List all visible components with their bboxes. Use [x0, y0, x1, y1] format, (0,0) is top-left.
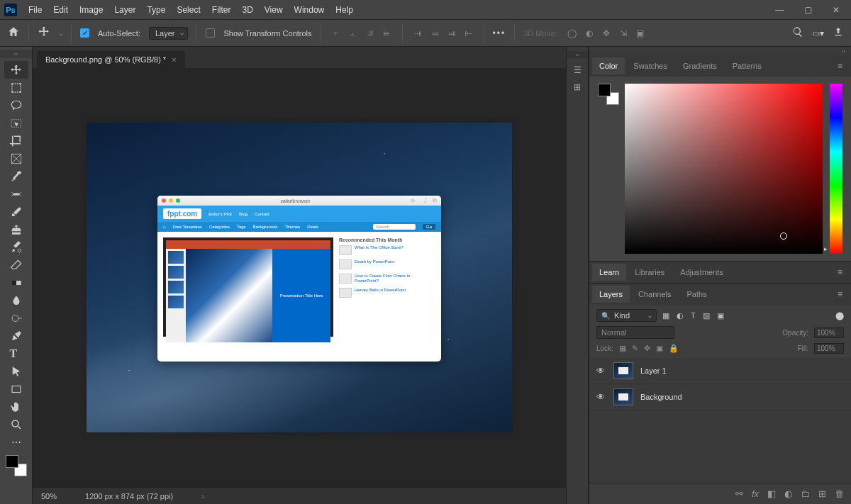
show-transform-checkbox[interactable]	[206, 28, 215, 38]
blur-tool[interactable]	[4, 291, 28, 309]
layer-row[interactable]: 👁 Layer 1	[589, 358, 851, 384]
layer-name[interactable]: Layer 1	[640, 366, 667, 375]
lock-image-icon[interactable]: ✎	[632, 344, 638, 353]
menu-image[interactable]: Image	[74, 0, 109, 19]
more-options-icon[interactable]: •••	[493, 28, 506, 38]
tab-patterns[interactable]: Patterns	[725, 57, 769, 74]
tab-paths[interactable]: Paths	[680, 286, 714, 303]
new-layer-icon[interactable]: ⊞	[818, 488, 826, 499]
adjustment-layer-icon[interactable]: ◐	[784, 488, 792, 499]
close-document-icon[interactable]: ×	[172, 55, 176, 64]
search-icon[interactable]	[792, 26, 803, 40]
minimize-button[interactable]: —	[769, 5, 790, 15]
panel-menu-icon[interactable]: ≡	[832, 286, 848, 302]
move-tool[interactable]	[4, 61, 28, 79]
menu-select[interactable]: Select	[171, 0, 206, 19]
properties-panel-icon[interactable]: ⊞	[574, 82, 581, 92]
lock-position-icon[interactable]: ✥	[644, 344, 650, 353]
gradient-tool[interactable]	[4, 274, 28, 291]
menu-view[interactable]: View	[259, 0, 289, 19]
document-tab[interactable]: Background.png @ 50% (RGB/8) * ×	[37, 51, 185, 68]
history-brush-tool[interactable]	[4, 238, 28, 256]
tool-preset-chevron-icon[interactable]: ⌵	[59, 30, 62, 37]
distribute-space-icon[interactable]: ⫥	[445, 27, 458, 40]
auto-select-target-dropdown[interactable]: Layer	[149, 27, 189, 40]
eraser-tool[interactable]	[4, 256, 28, 274]
menu-file[interactable]: File	[23, 0, 48, 19]
edit-toolbar-icon[interactable]: ⋯	[4, 433, 28, 451]
pen-tool[interactable]	[4, 327, 28, 345]
align-left-icon[interactable]: ⫢	[381, 27, 394, 40]
hand-tool[interactable]	[4, 398, 28, 415]
filter-type-icon[interactable]: T	[691, 311, 696, 320]
move-tool-icon[interactable]	[38, 26, 50, 40]
hue-slider[interactable]	[830, 84, 842, 254]
tab-color[interactable]: Color	[592, 57, 625, 74]
toolbar-collapse-icon[interactable]: ››	[0, 50, 32, 58]
color-fgbg-swatch[interactable]	[598, 84, 619, 105]
lock-artboard-icon[interactable]: ▣	[656, 344, 663, 353]
status-zoom[interactable]: 50%	[41, 492, 57, 500]
close-button[interactable]: ✕	[825, 5, 847, 15]
healing-brush-tool[interactable]	[4, 185, 28, 203]
color-field[interactable]	[625, 84, 823, 254]
distribute-h-icon[interactable]: ⫣	[411, 27, 424, 40]
menu-filter[interactable]: Filter	[206, 0, 237, 19]
lasso-tool[interactable]	[4, 96, 28, 114]
layer-mask-icon[interactable]: ◧	[767, 488, 776, 499]
workspace-switcher-icon[interactable]: ▭▾	[812, 28, 824, 38]
home-icon[interactable]	[7, 26, 20, 40]
menu-help[interactable]: Help	[330, 0, 359, 19]
delete-layer-icon[interactable]: 🗑	[835, 488, 844, 499]
dodge-tool[interactable]	[4, 309, 28, 327]
tab-adjustments[interactable]: Adjustments	[673, 264, 730, 281]
distribute-center-icon[interactable]: ⫦	[462, 27, 475, 40]
color-picker-cursor-icon[interactable]	[780, 233, 787, 240]
layer-group-icon[interactable]: 🗀	[801, 488, 810, 499]
panel-expand-icon[interactable]: ‹‹	[567, 51, 588, 58]
layer-kind-filter[interactable]: 🔍 Kind ⌵	[596, 309, 657, 322]
lock-all-icon[interactable]: 🔒	[669, 344, 679, 353]
zoom-tool[interactable]	[4, 415, 28, 433]
distribute-v-icon[interactable]: ⫤	[428, 27, 441, 40]
align-bottom-icon[interactable]: ⫡	[364, 27, 377, 40]
maximize-button[interactable]: ▢	[797, 5, 818, 15]
menu-layer[interactable]: Layer	[109, 0, 141, 19]
filter-shape-icon[interactable]: ▨	[703, 311, 710, 320]
object-selection-tool[interactable]	[4, 114, 28, 132]
filter-smart-icon[interactable]: ▣	[717, 311, 724, 320]
link-layers-icon[interactable]: ⚯	[735, 488, 743, 499]
frame-tool[interactable]	[4, 150, 28, 167]
layer-row[interactable]: 👁 Background	[589, 384, 851, 410]
status-chevron-icon[interactable]: ›	[201, 492, 204, 500]
menu-window[interactable]: Window	[289, 0, 330, 19]
history-panel-icon[interactable]: ☰	[574, 65, 582, 75]
status-dimensions[interactable]: 1200 px x 874 px (72 ppi)	[85, 492, 173, 500]
filter-adjustment-icon[interactable]: ◐	[677, 311, 684, 320]
panels-collapse-icon[interactable]: ››	[589, 47, 851, 55]
tab-gradients[interactable]: Gradients	[676, 57, 724, 74]
fill-input[interactable]: 100%	[814, 343, 844, 354]
filter-pixel-icon[interactable]: ▦	[662, 311, 669, 320]
panel-menu-icon[interactable]: ≡	[832, 58, 848, 74]
lock-transparent-icon[interactable]: ▦	[619, 344, 626, 353]
opacity-input[interactable]: 100%	[814, 327, 844, 338]
marquee-tool[interactable]	[4, 79, 28, 96]
layer-style-icon[interactable]: fx	[752, 488, 759, 499]
layer-visibility-icon[interactable]: 👁	[596, 392, 606, 402]
crop-tool[interactable]	[4, 132, 28, 150]
rectangle-tool[interactable]	[4, 380, 28, 398]
layer-thumbnail[interactable]	[613, 388, 633, 405]
canvas[interactable]: safaribrowser ⟳ ⤴ ⧉ fppt.com Editor's Pi…	[87, 123, 512, 432]
menu-type[interactable]: Type	[141, 0, 171, 19]
panel-menu-icon[interactable]: ≡	[832, 264, 848, 280]
filter-toggle-icon[interactable]: ⬤	[835, 311, 844, 320]
auto-select-checkbox[interactable]: ✓	[80, 28, 89, 38]
clone-stamp-tool[interactable]	[4, 220, 28, 238]
layer-name[interactable]: Background	[640, 393, 682, 401]
layer-thumbnail[interactable]	[613, 362, 633, 379]
menu-edit[interactable]: Edit	[48, 0, 74, 19]
tab-swatches[interactable]: Swatches	[626, 57, 674, 74]
path-selection-tool[interactable]	[4, 362, 28, 380]
share-icon[interactable]	[833, 26, 844, 40]
